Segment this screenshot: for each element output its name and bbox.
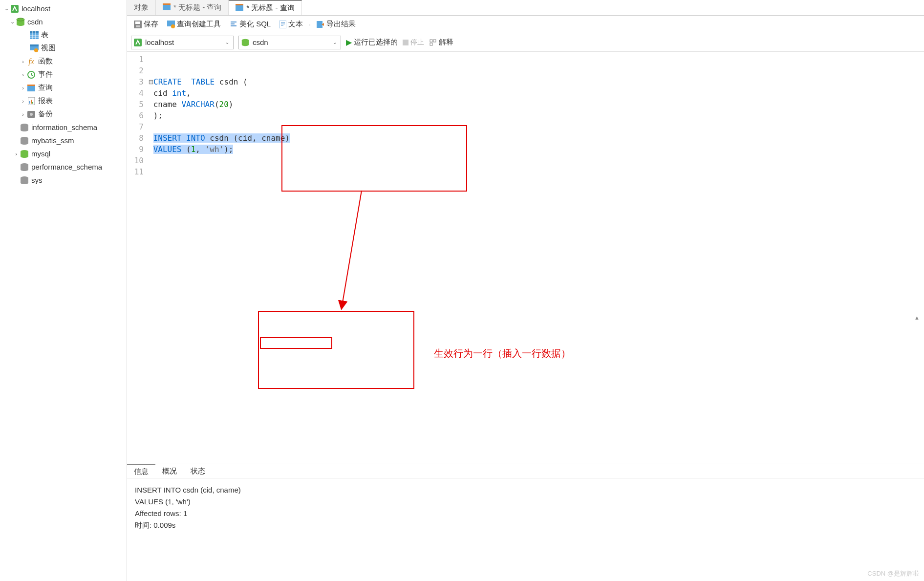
tree-item-reports[interactable]: › 报表 xyxy=(0,94,127,108)
tree-db-performance-schema[interactable]: performance_schema xyxy=(0,160,127,173)
stop-icon xyxy=(403,40,408,45)
svg-rect-35 xyxy=(279,21,286,28)
button-label: 运行已选择的 xyxy=(354,38,398,47)
tree-item-backups[interactable]: › 备份 xyxy=(0,108,127,121)
result-time: 时间: 0.009s xyxy=(135,519,916,531)
tab-query-1[interactable]: * 无标题 - 查询 xyxy=(156,0,229,15)
svg-rect-16 xyxy=(29,101,30,104)
button-label: 文本 xyxy=(288,20,303,29)
toolbar: 保存 查询创建工具 美化 SQL 文本 · 导出结果 xyxy=(127,16,924,33)
database-icon xyxy=(20,149,29,159)
dropdown-value: csdn xyxy=(253,38,328,46)
tree-db-mysql[interactable]: › mysql xyxy=(0,147,127,160)
host-icon xyxy=(10,4,20,14)
tree-label: mybatis_ssm xyxy=(31,136,74,145)
query-icon xyxy=(26,83,36,93)
tree-item-functions[interactable]: › fx 函数 xyxy=(0,55,127,68)
result-line: INSERT INTO csdn (cid, cname) xyxy=(135,484,916,496)
sql-editor[interactable]: 1234567891011 ⊟CREATE TABLE csdn ( cid i… xyxy=(127,52,924,211)
query-icon xyxy=(236,4,243,12)
database-icon xyxy=(20,136,29,146)
beautify-sql-button[interactable]: 美化 SQL xyxy=(227,19,274,30)
tree-label: performance_schema xyxy=(31,163,102,171)
svg-rect-4 xyxy=(30,31,39,33)
tree-item-views[interactable]: 视图 xyxy=(0,42,127,55)
button-label: 解释 xyxy=(439,38,453,47)
dropdown-value: localhost xyxy=(145,38,220,46)
tab-query-2[interactable]: * 无标题 - 查询 xyxy=(229,0,301,15)
chevron-down-icon: ⌄ xyxy=(3,5,10,12)
code-content[interactable]: ⊟CREATE TABLE csdn ( cid int, cname VARC… xyxy=(149,54,924,211)
svg-rect-10 xyxy=(30,44,39,46)
tab-profile[interactable]: 概况 xyxy=(155,465,184,478)
svg-rect-31 xyxy=(135,22,140,24)
separator: · xyxy=(309,21,311,28)
tab-bar: 对象 * 无标题 - 查询 * 无标题 - 查询 xyxy=(127,0,924,16)
content-pane: 对象 * 无标题 - 查询 * 无标题 - 查询 保存 查询创建工具 xyxy=(127,0,924,581)
run-selected-button[interactable]: ▶ 运行已选择的 xyxy=(346,38,398,47)
tree-db-information-schema[interactable]: information_schema xyxy=(0,121,127,134)
chevron-right-icon: › xyxy=(13,151,20,157)
tree-label: 函数 xyxy=(38,57,53,66)
chevron-right-icon: › xyxy=(20,85,26,91)
svg-rect-39 xyxy=(430,40,432,42)
tab-info[interactable]: 信息 xyxy=(127,464,155,478)
tree-item-queries[interactable]: › 查询 xyxy=(0,81,127,94)
svg-rect-29 xyxy=(236,4,243,5)
result-affected-rows: Affected rows: 1 xyxy=(135,508,916,519)
tree-label: 备份 xyxy=(38,109,53,119)
save-button[interactable]: 保存 xyxy=(131,19,161,30)
button-label: 查询创建工具 xyxy=(177,20,221,29)
event-icon xyxy=(26,70,36,80)
host-dropdown[interactable]: localhost ⌄ xyxy=(131,36,234,49)
chevron-right-icon: › xyxy=(20,59,26,65)
watermark: CSDN @是辉辉啦 xyxy=(867,569,919,578)
svg-point-34 xyxy=(171,24,175,28)
tree-db-mybatis-ssm[interactable]: mybatis_ssm xyxy=(0,134,127,147)
button-label: 停止 xyxy=(410,38,424,47)
explain-button[interactable]: 解释 xyxy=(429,38,453,47)
button-label: 保存 xyxy=(144,20,158,29)
text-button[interactable]: 文本 xyxy=(277,19,306,30)
svg-rect-18 xyxy=(32,102,33,104)
host-icon xyxy=(133,38,142,47)
svg-rect-14 xyxy=(27,85,35,86)
database-dropdown[interactable]: csdn ⌄ xyxy=(238,36,341,49)
tab-objects[interactable]: 对象 xyxy=(127,0,156,15)
tab-label: 对象 xyxy=(134,3,149,12)
play-icon: ▶ xyxy=(346,38,352,47)
button-label: 导出结果 xyxy=(326,20,356,29)
tab-label: * 无标题 - 查询 xyxy=(173,3,221,12)
query-builder-button[interactable]: 查询创建工具 xyxy=(164,19,224,30)
svg-rect-27 xyxy=(163,3,171,5)
stop-button[interactable]: 停止 xyxy=(403,38,424,47)
export-button[interactable]: 导出结果 xyxy=(314,19,359,30)
tree-label: 查询 xyxy=(38,83,53,92)
chevron-down-icon: ⌄ xyxy=(9,19,16,25)
result-line: VALUES (1, 'wh') xyxy=(135,496,916,508)
chevron-down-icon: ⌄ xyxy=(223,40,231,45)
tree-label: 事件 xyxy=(38,70,53,79)
tree-label: mysql xyxy=(31,150,50,158)
svg-rect-17 xyxy=(31,100,32,104)
chevron-down-icon: ⌄ xyxy=(331,40,339,45)
tree-db-csdn[interactable]: ⌄ csdn xyxy=(0,15,127,28)
tree-db-sys[interactable]: sys xyxy=(0,173,127,187)
table-icon xyxy=(29,30,39,40)
scroll-up-icon[interactable]: ▲ xyxy=(914,315,922,323)
tree-host-label: localhost xyxy=(21,4,50,13)
svg-point-11 xyxy=(34,48,38,52)
tree-item-tables[interactable]: 表 xyxy=(0,28,127,42)
connection-bar: localhost ⌄ csdn ⌄ ▶ 运行已选择的 停止 解释 xyxy=(127,33,924,52)
svg-rect-40 xyxy=(433,40,436,42)
tree-host[interactable]: ⌄ localhost xyxy=(0,2,127,15)
function-icon: fx xyxy=(26,57,36,66)
line-gutter: 1234567891011 xyxy=(127,54,149,211)
explain-icon xyxy=(429,39,437,46)
tab-status[interactable]: 状态 xyxy=(184,465,212,478)
tree-label: csdn xyxy=(27,18,43,26)
view-icon xyxy=(29,43,39,53)
svg-rect-41 xyxy=(430,43,432,45)
tree-label: 视图 xyxy=(41,43,56,53)
tree-item-events[interactable]: › 事件 xyxy=(0,68,127,81)
